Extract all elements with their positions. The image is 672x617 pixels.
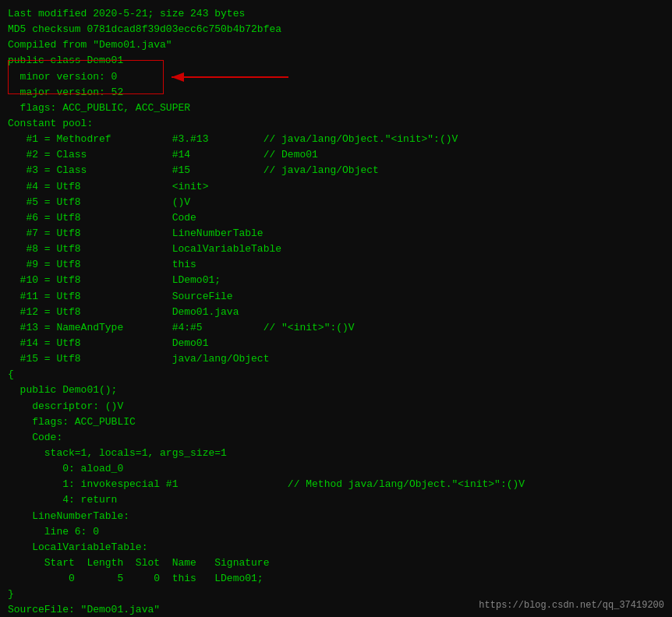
line-22: #14 = Utf8 Demo01 [8,336,664,351]
line-30: 0: aload_0 [8,461,664,477]
line-35: LocalVariableTable: [8,540,664,555]
line-27: flags: ACC_PUBLIC [8,414,664,430]
line-2: MD5 checksum 0781dcad8f39d03ecc6c750b4b7… [8,22,664,37]
line-14: #6 = Utf8 Code [8,210,664,226]
line-5-minor: minor version: 0 [8,69,664,85]
code-content: Last modified 2020-5-21; size 243 bytes … [8,6,664,617]
terminal-window: Last modified 2020-5-21; size 243 bytes … [0,0,672,617]
line-16: #8 = Utf8 LocalVariableTable [8,242,664,257]
line-29: stack=1, locals=1, args_size=1 [8,446,664,461]
line-20: #12 = Utf8 Demo01.java [8,305,664,320]
line-25: public Demo01(); [8,383,664,398]
line-17: #9 = Utf8 this [8,257,664,273]
line-24: { [8,367,664,383]
line-11: #3 = Class #15 // java/lang/Object [8,163,664,178]
line-33: LineNumberTable: [8,509,664,524]
line-31: 1: invokespecial #1 // Method java/lang/… [8,477,664,492]
line-18: #10 = Utf8 LDemo01; [8,273,664,288]
line-34: line 6: 0 [8,524,664,540]
line-19: #11 = Utf8 SourceFile [8,289,664,305]
line-32: 4: return [8,492,664,508]
line-9: #1 = Methodref #3.#13 // java/lang/Objec… [8,132,664,147]
line-1: Last modified 2020-5-21; size 243 bytes [8,6,664,22]
line-6-major: major version: 52 [8,85,664,100]
line-21: #13 = NameAndType #4:#5 // "<init>":()V [8,320,664,336]
line-12: #4 = Utf8 <init> [8,179,664,195]
watermark: https://blog.csdn.net/qq_37419200 [479,600,664,611]
line-28: Code: [8,430,664,446]
line-37: 0 5 0 this LDemo01; [8,571,664,587]
line-3: Compiled from "Demo01.java" [8,37,664,53]
line-36: Start Length Slot Name Signature [8,555,664,571]
line-13: #5 = Utf8 ()V [8,195,664,210]
line-23: #15 = Utf8 java/lang/Object [8,351,664,367]
line-4: public class Demo01 [8,53,664,69]
line-10: #2 = Class #14 // Demo01 [8,147,664,163]
line-26: descriptor: ()V [8,399,664,414]
line-8-constant: Constant pool: [8,116,664,132]
line-15: #7 = Utf8 LineNumberTable [8,226,664,242]
line-7-flags: flags: ACC_PUBLIC, ACC_SUPER [8,100,664,116]
